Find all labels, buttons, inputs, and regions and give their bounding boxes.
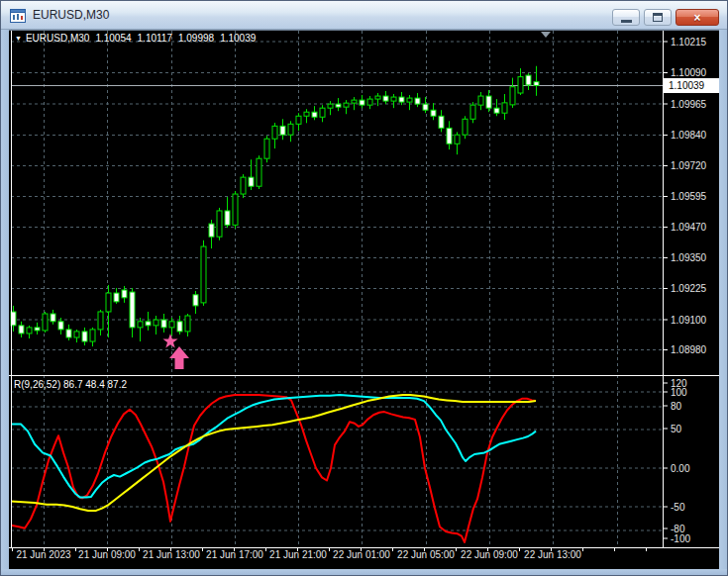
maximize-button[interactable] bbox=[644, 9, 672, 26]
current-price-tag: 1.10039 bbox=[664, 78, 723, 93]
axis-label: -100 bbox=[671, 533, 690, 544]
candle-body bbox=[431, 110, 436, 116]
symbol-dropdown-icon: ▼ bbox=[15, 35, 22, 42]
minimize-icon bbox=[621, 20, 632, 23]
close-icon: × bbox=[693, 11, 700, 25]
axis-label: 21 Jun 09:00 bbox=[78, 549, 136, 560]
candle-body bbox=[486, 96, 491, 108]
candle-body bbox=[225, 211, 230, 225]
candle-body bbox=[328, 104, 333, 108]
candle-body bbox=[439, 116, 444, 128]
candle-body bbox=[264, 139, 269, 158]
candle-body bbox=[185, 316, 190, 332]
candle-body bbox=[534, 82, 539, 86]
candle-body bbox=[407, 98, 412, 102]
candle-body bbox=[233, 194, 238, 225]
candle-body bbox=[494, 108, 499, 113]
candle-body bbox=[502, 103, 507, 113]
axis-label: 21 Jun 17:00 bbox=[206, 549, 263, 560]
axis-label: 1.09840 bbox=[671, 130, 707, 141]
candle-body bbox=[82, 332, 87, 341]
chart-canvas[interactable]: 1.102151.100901.099651.098401.097201.095… bbox=[1, 1, 728, 576]
candle-body bbox=[280, 126, 285, 135]
candle-body bbox=[106, 293, 111, 312]
candle-body bbox=[526, 75, 531, 85]
axis-label: 22 Jun 13:00 bbox=[524, 549, 581, 560]
candle-body bbox=[201, 246, 206, 303]
symbol-label: EURUSD,M30 bbox=[26, 33, 89, 44]
axis-label: 22 Jun 05:00 bbox=[397, 549, 455, 560]
candle-body bbox=[478, 96, 483, 105]
candle-body bbox=[375, 96, 380, 99]
candle-body bbox=[352, 100, 357, 103]
high-value: 1.10117 bbox=[138, 33, 172, 44]
candle-body bbox=[74, 332, 79, 337]
window-frame-right bbox=[719, 30, 727, 569]
candle-body bbox=[43, 314, 48, 331]
signal-annotations bbox=[162, 334, 189, 369]
candle-body bbox=[138, 322, 143, 328]
axis-label: 21 Jun 21:00 bbox=[269, 549, 327, 560]
candle-body bbox=[288, 124, 293, 135]
candle-body bbox=[447, 128, 452, 144]
axis-label: 22 Jun 01:00 bbox=[333, 549, 390, 560]
star-icon bbox=[162, 334, 177, 348]
candlesticks bbox=[11, 66, 539, 346]
candle-body bbox=[122, 290, 127, 298]
low-value: 1.09998 bbox=[178, 33, 214, 44]
axis-label: 80 bbox=[671, 401, 682, 412]
candle-body bbox=[51, 314, 55, 322]
candle-body bbox=[257, 158, 261, 186]
candle-body bbox=[470, 105, 475, 119]
axis-label: 1.09100 bbox=[671, 315, 707, 326]
candle-body bbox=[320, 108, 325, 117]
candle-body bbox=[383, 96, 388, 101]
mt4-chart-window: 1.102151.100901.099651.098401.097201.095… bbox=[0, 0, 728, 576]
candle-body bbox=[66, 330, 71, 337]
indicator-line-R52 bbox=[11, 395, 536, 511]
axis-label: 1.09225 bbox=[671, 283, 707, 294]
minimize-button[interactable] bbox=[612, 9, 640, 26]
candle-body bbox=[360, 100, 364, 105]
candle-body bbox=[217, 211, 222, 237]
candle-body bbox=[114, 293, 119, 302]
candle-body bbox=[391, 97, 396, 101]
axis-label: 0.00 bbox=[671, 463, 690, 474]
window-frame-left bbox=[1, 30, 9, 569]
candle-body bbox=[518, 77, 523, 93]
axis-label: 1.09965 bbox=[671, 99, 707, 110]
window-title: EURUSD,M30 bbox=[33, 8, 109, 22]
open-value: 1.10054 bbox=[95, 33, 131, 44]
axis-label: 21 Jun 13:00 bbox=[143, 549, 200, 560]
axis-label: 21 Jun 2023 bbox=[16, 549, 70, 560]
axis-label: -50 bbox=[671, 502, 685, 513]
candle-body bbox=[58, 322, 63, 330]
title-bar[interactable]: EURUSD,M30 × bbox=[1, 1, 728, 30]
candle-body bbox=[169, 322, 174, 328]
candle-body bbox=[463, 119, 468, 135]
candle-body bbox=[241, 177, 246, 194]
candle-body bbox=[27, 328, 32, 334]
candle-body bbox=[399, 97, 404, 102]
candle-body bbox=[312, 112, 317, 117]
candle-body bbox=[90, 330, 95, 341]
candle-body bbox=[415, 98, 420, 104]
axis-label: 1.08980 bbox=[671, 344, 707, 355]
candle-body bbox=[296, 116, 301, 124]
axis-label: 1.10215 bbox=[671, 37, 707, 48]
candle-body bbox=[336, 104, 341, 107]
axis-label: 1.09350 bbox=[671, 252, 707, 263]
panel-borders bbox=[9, 31, 721, 548]
close-value: 1.10039 bbox=[220, 33, 256, 44]
ohlc-header[interactable]: ▼EURUSD,M301.100541.101171.099981.10039 bbox=[15, 33, 256, 44]
close-button[interactable]: × bbox=[676, 9, 719, 26]
candle-body bbox=[304, 112, 309, 116]
indicator-line-R26 bbox=[11, 395, 536, 498]
axis-label: 50 bbox=[671, 424, 682, 434]
candle-body bbox=[130, 292, 135, 328]
candle-body bbox=[510, 87, 515, 105]
candle-body bbox=[249, 177, 254, 186]
candle-body bbox=[161, 320, 166, 328]
axis-label: 22 Jun 09:00 bbox=[461, 549, 518, 560]
candle-body bbox=[272, 126, 277, 139]
